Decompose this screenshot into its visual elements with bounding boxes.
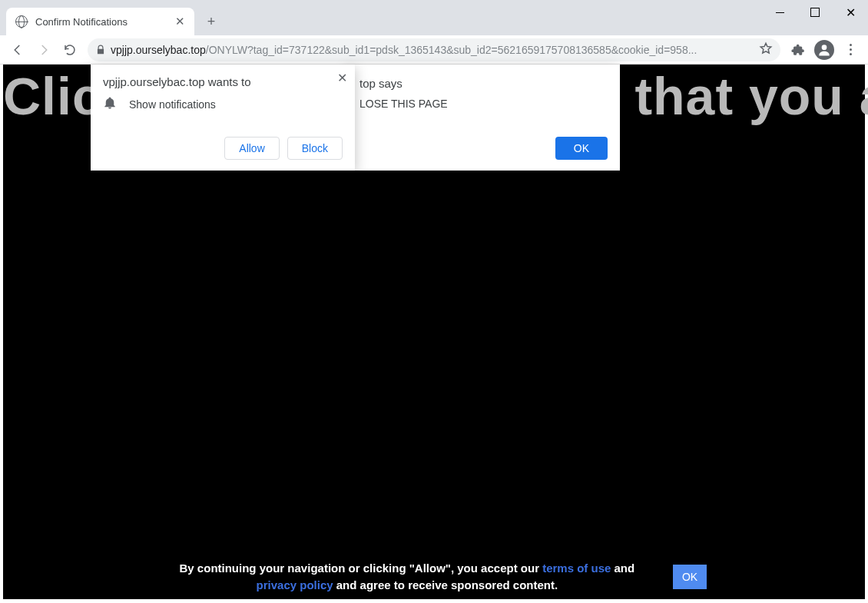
window-minimize-button[interactable] [762, 0, 797, 25]
window-controls: ✕ [762, 0, 868, 25]
alert-title: top says [359, 77, 608, 90]
privacy-link[interactable]: privacy policy [257, 578, 333, 591]
address-bar[interactable]: vpjjp.ourselybac.top/ONYLW?tag_id=737122… [88, 38, 780, 61]
url-text: vpjjp.ourselybac.top/ONYLW?tag_id=737122… [111, 44, 753, 56]
browser-tab[interactable]: Confirm Notifications ✕ [6, 8, 194, 35]
extensions-icon[interactable] [785, 38, 811, 61]
forward-button[interactable] [31, 38, 57, 61]
consent-post: and agree to receive sponsored content. [333, 578, 558, 591]
prompt-permission-label: Show notifications [129, 98, 216, 111]
window-maximize-button[interactable] [797, 0, 833, 25]
prompt-close-icon[interactable]: ✕ [337, 71, 347, 85]
tab-title: Confirm Notifications [35, 16, 128, 28]
bookmark-star-icon[interactable] [759, 41, 773, 58]
toolbar: vpjjp.ourselybac.top/ONYLW?tag_id=737122… [0, 35, 868, 65]
consent-ok-button[interactable]: OK [673, 565, 707, 589]
profile-avatar[interactable] [814, 40, 834, 60]
titlebar: Confirm Notifications ✕ + ✕ [0, 0, 868, 35]
consent-pre: By continuing your navigation or clickin… [180, 562, 543, 575]
block-button[interactable]: Block [287, 137, 343, 160]
consent-text: By continuing your navigation or clickin… [161, 560, 653, 595]
prompt-origin: vpjjp.ourselybac.top wants to [91, 65, 355, 93]
allow-button[interactable]: Allow [224, 137, 279, 160]
reload-button[interactable] [57, 38, 83, 61]
window-close-button[interactable]: ✕ [833, 0, 868, 25]
alert-ok-button[interactable]: OK [555, 137, 608, 160]
url-path: /ONYLW?tag_id=737122&sub_id1=pdsk_136514… [206, 44, 697, 56]
javascript-alert: top says LOSE THIS PAGE OK [347, 65, 620, 171]
consent-bar: By continuing your navigation or clickin… [3, 555, 865, 599]
terms-link[interactable]: terms of use [542, 562, 611, 575]
new-tab-button[interactable]: + [200, 11, 222, 32]
svg-point-0 [822, 45, 827, 50]
back-button[interactable] [5, 38, 31, 61]
menu-button[interactable] [837, 38, 863, 61]
notification-permission-prompt: ✕ vpjjp.ourselybac.top wants to Show not… [91, 65, 355, 171]
bell-icon [103, 96, 117, 112]
tab-close-icon[interactable]: ✕ [175, 15, 185, 28]
globe-icon [15, 15, 28, 28]
alert-body: LOSE THIS PAGE [359, 98, 608, 110]
lock-icon [95, 45, 106, 55]
consent-and: and [611, 562, 634, 575]
url-host: vpjjp.ourselybac.top [111, 44, 206, 56]
